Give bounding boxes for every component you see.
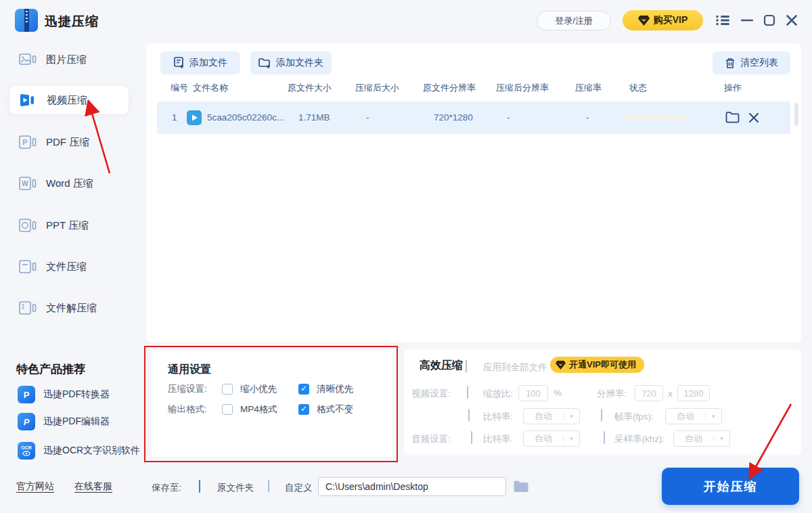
col-header-compressed-resolution: 压缩后分辨率: [496, 82, 549, 94]
promo-ocr[interactable]: OCR 迅捷OCR文字识别软件: [18, 441, 146, 461]
sample-rate-dropdown[interactable]: 自动▼: [673, 430, 730, 447]
fps-dropdown[interactable]: 自动▼: [665, 408, 722, 424]
add-folder-label: 添加文件夹: [276, 57, 323, 69]
maximize-icon[interactable]: [763, 14, 776, 27]
row-progress-bar: [624, 116, 685, 120]
open-folder-icon[interactable]: [725, 111, 740, 124]
video-bitrate-value: 自动: [524, 410, 563, 422]
word-compress-icon: W: [19, 176, 37, 191]
video-bitrate-dropdown[interactable]: 自动▼: [523, 408, 580, 424]
vip-badge-label: 开通VIP即可使用: [569, 359, 636, 371]
promo-label: 迅捷PDF编辑器: [43, 416, 110, 428]
chevron-down-icon: ▼: [705, 414, 721, 420]
apply-all-checkbox[interactable]: [466, 360, 467, 373]
file-list-panel: 添加文件 添加文件夹 清空列表 编号 文件名称 原文件大小 压缩后大小 原文件分…: [146, 43, 801, 342]
file-decompress-icon: [19, 300, 37, 315]
sample-rate-checkbox[interactable]: [604, 431, 605, 444]
trash-icon: [725, 58, 736, 69]
promo-label: 迅捷PDF转换器: [43, 388, 110, 401]
clear-list-button[interactable]: 清空列表: [713, 51, 790, 74]
hq-title: 高效压缩: [420, 359, 463, 373]
promo-pdf-editor[interactable]: P 迅捷PDF编辑器: [18, 411, 146, 432]
pdf-compress-icon: P: [19, 135, 37, 150]
chevron-down-icon: ▼: [563, 436, 579, 442]
ppt-compress-icon: [19, 218, 37, 233]
col-header-orig-resolution: 原文件分辨率: [423, 82, 476, 94]
resolution-width-input[interactable]: 720: [635, 385, 663, 401]
sidebar-item-label: PDF 压缩: [46, 136, 89, 149]
scale-label: 缩放比:: [483, 388, 513, 400]
scale-input[interactable]: 100: [518, 385, 548, 401]
menu-list-icon[interactable]: [716, 14, 729, 27]
add-file-button[interactable]: 添加文件: [160, 51, 240, 74]
sidebar-item-label: PPT 压缩: [46, 219, 89, 232]
svg-text:W: W: [22, 180, 28, 187]
custom-folder-label: 自定义: [285, 482, 313, 494]
resolution-x: x: [668, 388, 673, 399]
sidebar-item-ppt-compress[interactable]: PPT 压缩: [0, 212, 135, 239]
minimize-icon[interactable]: [740, 14, 754, 27]
resolution-height-input[interactable]: 1280: [677, 385, 710, 401]
official-website-link[interactable]: 官方网站: [16, 481, 54, 493]
video-setting-label: 视频设置:: [411, 388, 451, 400]
app-title: 迅捷压缩: [45, 13, 99, 30]
online-service-link[interactable]: 在线客服: [74, 481, 112, 493]
col-header-ratio: 压缩率: [575, 82, 602, 94]
sidebar-item-label: 文件解压缩: [46, 302, 97, 315]
browse-folder-icon[interactable]: [513, 479, 529, 494]
save-path-input[interactable]: [318, 477, 506, 496]
buy-vip-button[interactable]: 购买VIP: [623, 10, 703, 30]
start-compress-button[interactable]: 开始压缩: [662, 468, 799, 505]
remove-file-icon[interactable]: [748, 112, 759, 123]
fps-label: 帧率(fps):: [614, 411, 654, 423]
row-orig-size: 1.71MB: [298, 112, 330, 122]
video-file-icon: [187, 110, 202, 125]
row-index: 1: [172, 112, 177, 122]
sidebar-item-image-compress[interactable]: 图片压缩: [0, 46, 135, 73]
audio-bitrate-checkbox[interactable]: [471, 431, 472, 444]
resolution-label: 分辨率:: [597, 388, 627, 400]
buy-vip-label: 购买VIP: [654, 14, 688, 26]
add-folder-icon: [258, 58, 271, 69]
original-folder-label: 原文件夹: [217, 482, 254, 494]
chevron-down-icon: ▼: [713, 436, 729, 442]
hq-compress-card: 高效压缩 应用到全部文件 开通VIP即可使用 视频设置: 缩放比: 100 % …: [404, 349, 801, 455]
app-logo: [15, 9, 38, 32]
promo-label: 迅捷OCR文字识别软件: [43, 445, 140, 457]
audio-bitrate-label: 比特率:: [483, 433, 513, 445]
audio-bitrate-dropdown[interactable]: 自动▼: [523, 430, 580, 447]
sidebar-item-label: 文件压缩: [46, 261, 87, 273]
pdf-converter-icon: P: [18, 386, 35, 403]
video-bitrate-checkbox[interactable]: [468, 409, 470, 422]
table-row[interactable]: 1 5caa205c02260c... 1.71MB - 720*1280 - …: [157, 102, 790, 134]
sidebar-item-file-compress[interactable]: 文件压缩: [0, 253, 135, 280]
sidebar-item-video-compress[interactable]: 视频压缩: [9, 86, 129, 114]
save-to-label: 保存至:: [152, 482, 181, 494]
vip-diamond-icon: [556, 361, 566, 370]
promo-pdf-converter[interactable]: P 迅捷PDF转换器: [18, 384, 146, 405]
close-icon[interactable]: [785, 14, 798, 27]
vip-diamond-icon: [638, 16, 650, 26]
image-compress-icon: [19, 52, 37, 67]
ocr-icon: OCR: [18, 442, 35, 460]
login-register-button[interactable]: 登录/注册: [537, 11, 611, 30]
col-header-filename: 文件名称: [193, 82, 228, 94]
table-scrollbar[interactable]: [794, 103, 798, 126]
add-file-icon: [173, 57, 185, 69]
fps-checkbox[interactable]: [601, 409, 602, 422]
clear-list-label: 清空列表: [740, 57, 778, 69]
fps-value: 自动: [666, 410, 705, 422]
sidebar-item-pdf-compress[interactable]: P PDF 压缩: [0, 129, 135, 156]
sidebar-item-word-compress[interactable]: W Word 压缩: [0, 170, 135, 197]
sidebar-item-label: 图片压缩: [46, 53, 87, 66]
add-folder-button[interactable]: 添加文件夹: [250, 51, 332, 74]
sidebar-item-label: Word 压缩: [46, 177, 93, 190]
original-folder-checkbox[interactable]: [199, 480, 200, 493]
audio-bitrate-value: 自动: [524, 432, 563, 445]
custom-folder-checkbox[interactable]: [268, 480, 269, 493]
vip-unlock-badge[interactable]: 开通VIP即可使用: [550, 357, 644, 373]
scale-checkbox[interactable]: [467, 386, 468, 399]
add-file-label: 添加文件: [189, 57, 227, 69]
file-compress-icon: [19, 259, 37, 274]
sidebar-item-file-decompress[interactable]: 文件解压缩: [0, 294, 135, 321]
